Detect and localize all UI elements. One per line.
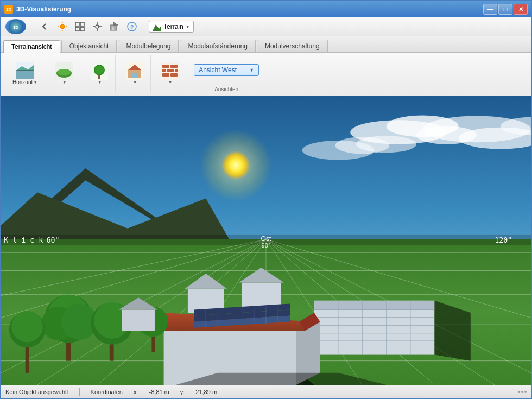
horizont-label: Horizont [12,79,33,85]
tree-button[interactable]: ▼ [88,60,111,87]
maximize-button[interactable]: □ [498,4,512,15]
house-icon [126,62,143,80]
tree-arrow: ▼ [98,80,102,85]
svg-rect-7 [75,22,79,26]
svg-rect-8 [80,22,84,26]
status-dot-3 [524,391,527,393]
ribbon-group-horizont: Horizont ▼ [5,55,45,93]
tab-objektansicht[interactable]: Objektansicht [61,40,117,52]
svg-point-56 [221,151,250,180]
house-button[interactable]: ▼ [123,60,146,87]
ribbon: Horizont ▼ [1,53,531,96]
back-button[interactable] [37,20,53,34]
coordinates-label: Koordinaten [91,389,123,395]
y-value: 21,89 m [195,389,217,395]
svg-rect-132 [122,309,155,331]
svg-text:120°: 120° [495,236,512,244]
title-buttons: — □ ✕ [483,4,528,15]
status-bar: Kein Objekt ausgewählt Koordinaten x: -8… [1,385,531,398]
y-label: y: [180,389,185,395]
ansichten-dropdown-label: Ansicht West [199,66,237,74]
ribbon-group-house: ▼ [119,55,151,93]
sun-button[interactable] [55,20,70,34]
tab-terrainansicht[interactable]: Terrainansicht [3,40,60,53]
svg-rect-44 [170,73,178,77]
toolbar: 3D [1,17,531,36]
material-button[interactable]: ▼ [159,60,181,87]
material-icon [161,62,179,80]
svg-point-32 [95,66,104,74]
status-sep-1 [79,388,80,396]
help-button[interactable]: ? [124,20,140,34]
toolbar-sep-1 [33,21,33,33]
ribbon-group-ansichten: Ansicht West ▼ Ansichten [189,55,263,93]
3d-scene: < K l i c k 60° Ost 90° 120° [1,96,531,385]
svg-point-2 [60,24,65,29]
status-dot-1 [518,391,520,393]
tools-button[interactable] [90,20,105,34]
status-dots [518,391,527,393]
app-logo: 3D [5,19,26,34]
app-icon: 3D [4,5,13,14]
svg-rect-38 [162,65,169,68]
ribbon-horizont-buttons: Horizont ▼ [10,55,40,92]
ground-button[interactable]: ▼ [53,60,75,87]
ribbon-ground-buttons: ▼ [53,55,75,92]
ribbon-material-buttons: ▼ [159,55,181,92]
svg-text:< K l i c k: < K l i c k [1,236,43,244]
svg-marker-17 [113,22,118,25]
no-object-label: Kein Objekt ausgewählt [5,389,68,395]
ribbon-group-ground: ▼ [48,55,80,93]
horizont-arrow: ▼ [33,80,37,85]
svg-rect-36 [132,73,137,78]
terrain-dropdown-arrow: ▼ [186,24,190,29]
svg-text:?: ? [130,24,134,30]
ground-icon [55,62,73,80]
grid-button[interactable] [72,20,87,34]
material-arrow: ▼ [168,80,173,85]
title-bar-left: 3D 3D-Visualisierung [4,5,71,14]
tab-bar: Terrainansicht Objektansicht Modulbelegu… [1,36,531,53]
toolbar-sep-2 [144,21,144,33]
ribbon-ansichten-buttons: Ansicht West ▼ [194,55,259,85]
svg-rect-39 [170,65,178,68]
horizont-button[interactable]: Horizont ▼ [10,60,40,87]
horizont-icon [16,62,34,79]
close-button[interactable]: ✕ [514,4,528,15]
ribbon-group-material: ▼ [154,55,186,93]
svg-text:60°: 60° [46,236,59,244]
main-window: 3D 3D-Visualisierung — □ ✕ 3D [0,0,532,399]
x-value: -8,81 m [149,389,169,395]
svg-rect-40 [162,69,166,72]
ribbon-group-tree: ▼ [84,55,116,93]
status-dot-2 [521,391,523,393]
terrain-dropdown[interactable]: Terrain ▼ [149,21,194,33]
svg-rect-42 [175,69,178,72]
svg-rect-91 [314,301,435,310]
tab-modulaufstaenderung[interactable]: Modulaufständerung [180,40,255,52]
window-title: 3D-Visualisierung [16,5,71,13]
viewport[interactable]: < K l i c k 60° Ost 90° 120° [1,96,531,385]
ansichten-dropdown[interactable]: Ansicht West ▼ [194,64,259,76]
ansichten-dropdown-arrow: ▼ [249,67,254,73]
scene-button[interactable] [107,20,122,34]
house-arrow: ▼ [133,80,137,85]
svg-point-53 [335,137,389,154]
svg-point-130 [11,311,43,343]
svg-point-28 [58,69,71,75]
svg-point-11 [96,25,99,28]
svg-text:Ost: Ost [261,235,272,243]
svg-rect-43 [162,73,169,77]
title-bar: 3D 3D-Visualisierung — □ ✕ [1,1,531,17]
tab-modulbelegung[interactable]: Modulbelegung [118,40,179,52]
tree-icon [91,62,108,80]
svg-rect-18 [112,27,114,30]
minimize-button[interactable]: — [483,4,497,15]
svg-marker-21 [153,24,161,31]
svg-text:90°: 90° [262,242,271,249]
svg-text:3D: 3D [13,25,18,30]
svg-rect-10 [80,27,84,31]
svg-rect-41 [167,69,174,72]
tab-modulverschaltung[interactable]: Modulverschaltung [257,40,328,52]
svg-rect-23 [16,71,34,79]
